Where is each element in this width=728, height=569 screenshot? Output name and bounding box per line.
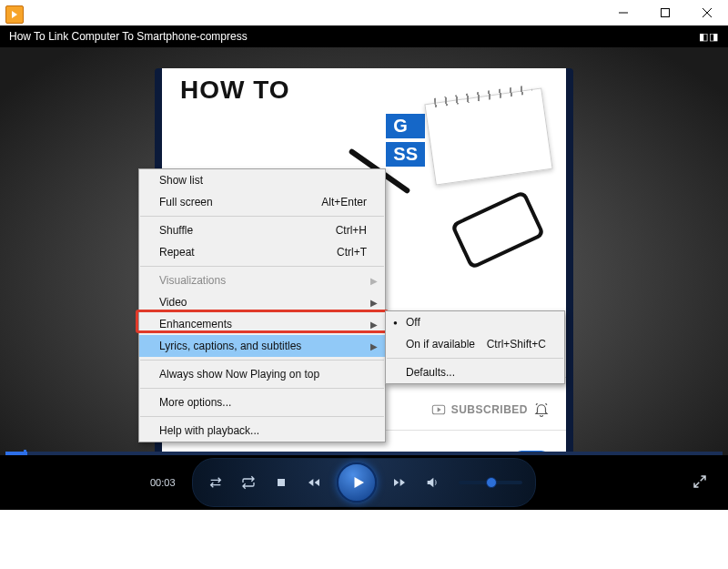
svg-line-3 bbox=[703, 8, 712, 17]
minimize-button[interactable] bbox=[602, 0, 644, 25]
frame-badge: GSS bbox=[386, 114, 425, 170]
menu-lyrics-captions-subtitles[interactable]: Lyrics, captions, and subtitles▶ bbox=[139, 335, 385, 357]
svg-rect-1 bbox=[662, 9, 670, 17]
submenu-defaults[interactable]: Defaults... bbox=[386, 361, 564, 383]
menu-video[interactable]: Video▶ bbox=[139, 291, 385, 313]
previous-button[interactable] bbox=[304, 472, 324, 493]
subscribed-badge[interactable]: SUBSCRIBED bbox=[431, 401, 550, 418]
repeat-button[interactable] bbox=[238, 472, 258, 493]
now-playing-bar: How To Link Computer To Smartphone-compr… bbox=[0, 25, 728, 47]
close-button[interactable] bbox=[686, 0, 728, 25]
frame-heading: HOW TO bbox=[180, 76, 290, 105]
next-button[interactable] bbox=[389, 472, 410, 493]
video-viewport: HOW TO GSS Like Dislike Share bbox=[0, 47, 728, 510]
menu-shuffle[interactable]: ShuffleCtrl+H bbox=[139, 219, 385, 241]
menu-more-options[interactable]: More options... bbox=[139, 391, 385, 413]
stop-button[interactable] bbox=[271, 472, 291, 493]
maximize-button[interactable] bbox=[644, 0, 686, 25]
elapsed-time: 00:03 bbox=[150, 477, 176, 488]
svg-line-2 bbox=[703, 8, 712, 17]
svg-rect-8 bbox=[278, 479, 285, 486]
frame-notepad-graphic bbox=[424, 87, 552, 185]
wmp-app-icon bbox=[5, 5, 24, 24]
submenu-on-if-available[interactable]: On if availableCtrl+Shift+C bbox=[386, 333, 564, 355]
video-title-text: How To Link Computer To Smartphone-compr… bbox=[9, 30, 248, 43]
shuffle-button[interactable] bbox=[206, 472, 226, 493]
menu-always-on-top[interactable]: Always show Now Playing on top bbox=[139, 363, 385, 385]
menu-enhancements[interactable]: Enhancements▶ bbox=[139, 313, 385, 335]
menu-full-screen[interactable]: Full screenAlt+Enter bbox=[139, 191, 385, 213]
menu-help-playback[interactable]: Help with playback... bbox=[139, 420, 385, 442]
lyrics-submenu: ●Off On if availableCtrl+Shift+C Default… bbox=[385, 310, 565, 384]
mute-button[interactable] bbox=[422, 472, 442, 493]
frame-phone-graphic bbox=[450, 190, 546, 270]
player-controls: 00:03 bbox=[0, 455, 728, 510]
menu-show-list[interactable]: Show list bbox=[139, 169, 385, 191]
context-menu: Show list Full screenAlt+Enter ShuffleCt… bbox=[138, 168, 386, 442]
menu-repeat[interactable]: RepeatCtrl+T bbox=[139, 241, 385, 263]
menu-visualizations: Visualizations▶ bbox=[139, 269, 385, 291]
volume-slider[interactable] bbox=[459, 481, 522, 484]
submenu-off[interactable]: ●Off bbox=[386, 311, 564, 333]
fullscreen-button[interactable] bbox=[692, 473, 710, 492]
switch-to-library-icon[interactable]: ◧◨ bbox=[699, 31, 719, 43]
bell-icon[interactable] bbox=[533, 401, 550, 418]
play-button[interactable] bbox=[337, 462, 377, 503]
volume-thumb[interactable] bbox=[486, 477, 497, 488]
title-bar bbox=[0, 0, 728, 25]
